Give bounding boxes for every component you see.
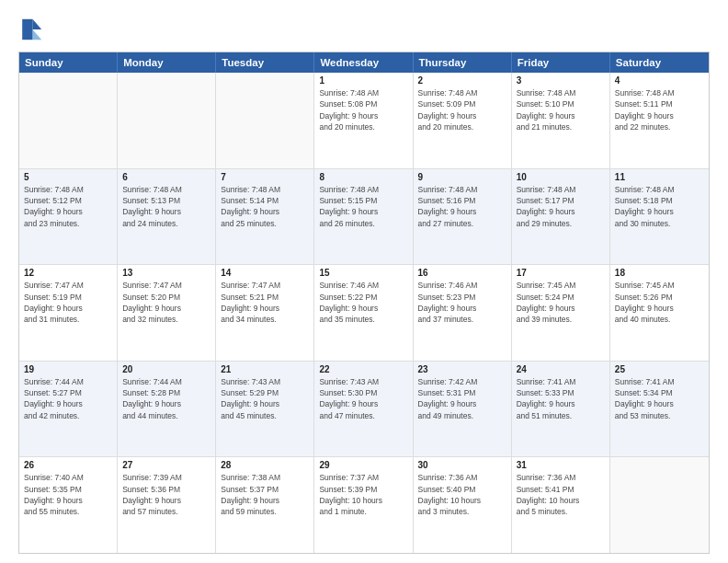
day-cell-empty bbox=[19, 73, 118, 168]
day-info: Sunrise: 7:48 AMSunset: 5:15 PMDaylight:… bbox=[319, 184, 407, 229]
day-info: Sunrise: 7:36 AMSunset: 5:41 PMDaylight:… bbox=[517, 472, 605, 517]
day-info: Sunrise: 7:44 AMSunset: 5:27 PMDaylight:… bbox=[24, 376, 112, 421]
calendar-row-1: 5Sunrise: 7:48 AMSunset: 5:12 PMDaylight… bbox=[19, 168, 709, 265]
day-number: 2 bbox=[418, 75, 506, 86]
day-info: Sunrise: 7:41 AMSunset: 5:33 PMDaylight:… bbox=[517, 376, 605, 421]
day-cell-26: 26Sunrise: 7:40 AMSunset: 5:35 PMDayligh… bbox=[19, 457, 118, 553]
day-cell-4: 4Sunrise: 7:48 AMSunset: 5:11 PMDaylight… bbox=[610, 73, 709, 168]
page: SundayMondayTuesdayWednesdayThursdayFrid… bbox=[0, 0, 728, 563]
day-info: Sunrise: 7:48 AMSunset: 5:08 PMDaylight:… bbox=[319, 87, 407, 132]
day-number: 30 bbox=[418, 460, 506, 470]
svg-rect-2 bbox=[22, 19, 32, 40]
day-info: Sunrise: 7:47 AMSunset: 5:21 PMDaylight:… bbox=[221, 280, 309, 325]
day-number: 13 bbox=[122, 268, 210, 278]
day-cell-30: 30Sunrise: 7:36 AMSunset: 5:40 PMDayligh… bbox=[414, 457, 512, 553]
day-info: Sunrise: 7:48 AMSunset: 5:14 PMDaylight:… bbox=[221, 184, 309, 229]
svg-marker-1 bbox=[32, 29, 41, 40]
day-info: Sunrise: 7:47 AMSunset: 5:19 PMDaylight:… bbox=[24, 280, 112, 325]
day-cell-20: 20Sunrise: 7:44 AMSunset: 5:28 PMDayligh… bbox=[118, 362, 216, 457]
day-number: 28 bbox=[221, 460, 309, 470]
header-day-friday: Friday bbox=[512, 52, 610, 73]
day-cell-12: 12Sunrise: 7:47 AMSunset: 5:19 PMDayligh… bbox=[19, 265, 118, 361]
day-number: 4 bbox=[615, 75, 704, 86]
day-cell-13: 13Sunrise: 7:47 AMSunset: 5:20 PMDayligh… bbox=[118, 265, 216, 361]
day-number: 10 bbox=[517, 172, 605, 182]
day-number: 6 bbox=[122, 172, 210, 182]
day-cell-5: 5Sunrise: 7:48 AMSunset: 5:12 PMDaylight… bbox=[19, 169, 118, 265]
header bbox=[18, 17, 710, 42]
day-info: Sunrise: 7:48 AMSunset: 5:13 PMDaylight:… bbox=[122, 184, 210, 229]
day-number: 3 bbox=[517, 75, 605, 86]
day-number: 23 bbox=[418, 364, 506, 374]
calendar-body: 1Sunrise: 7:48 AMSunset: 5:08 PMDaylight… bbox=[19, 73, 709, 553]
day-cell-16: 16Sunrise: 7:46 AMSunset: 5:23 PMDayligh… bbox=[414, 265, 512, 361]
day-info: Sunrise: 7:46 AMSunset: 5:23 PMDaylight:… bbox=[418, 280, 506, 325]
day-info: Sunrise: 7:45 AMSunset: 5:26 PMDaylight:… bbox=[615, 280, 704, 325]
day-number: 12 bbox=[24, 268, 112, 278]
day-number: 29 bbox=[319, 460, 407, 470]
header-day-monday: Monday bbox=[118, 52, 216, 73]
day-cell-31: 31Sunrise: 7:36 AMSunset: 5:41 PMDayligh… bbox=[512, 457, 610, 553]
day-number: 27 bbox=[122, 460, 210, 470]
day-cell-24: 24Sunrise: 7:41 AMSunset: 5:33 PMDayligh… bbox=[512, 362, 610, 457]
header-day-wednesday: Wednesday bbox=[314, 52, 413, 73]
day-info: Sunrise: 7:48 AMSunset: 5:10 PMDaylight:… bbox=[517, 87, 605, 132]
day-number: 18 bbox=[615, 268, 704, 278]
day-number: 14 bbox=[221, 268, 309, 278]
day-info: Sunrise: 7:42 AMSunset: 5:31 PMDaylight:… bbox=[418, 376, 506, 421]
header-day-tuesday: Tuesday bbox=[216, 52, 314, 73]
day-info: Sunrise: 7:48 AMSunset: 5:16 PMDaylight:… bbox=[418, 184, 506, 229]
calendar-row-2: 12Sunrise: 7:47 AMSunset: 5:19 PMDayligh… bbox=[19, 264, 709, 361]
day-cell-empty bbox=[118, 73, 216, 168]
day-info: Sunrise: 7:36 AMSunset: 5:40 PMDaylight:… bbox=[418, 472, 506, 517]
day-cell-1: 1Sunrise: 7:48 AMSunset: 5:08 PMDaylight… bbox=[314, 73, 413, 168]
day-cell-29: 29Sunrise: 7:37 AMSunset: 5:39 PMDayligh… bbox=[314, 457, 413, 553]
day-number: 25 bbox=[615, 364, 704, 374]
day-cell-7: 7Sunrise: 7:48 AMSunset: 5:14 PMDaylight… bbox=[216, 169, 314, 265]
day-info: Sunrise: 7:41 AMSunset: 5:34 PMDaylight:… bbox=[615, 376, 704, 421]
day-cell-25: 25Sunrise: 7:41 AMSunset: 5:34 PMDayligh… bbox=[610, 362, 709, 457]
day-info: Sunrise: 7:48 AMSunset: 5:17 PMDaylight:… bbox=[517, 184, 605, 229]
day-cell-3: 3Sunrise: 7:48 AMSunset: 5:10 PMDaylight… bbox=[512, 73, 610, 168]
calendar-row-4: 26Sunrise: 7:40 AMSunset: 5:35 PMDayligh… bbox=[19, 456, 709, 553]
day-info: Sunrise: 7:43 AMSunset: 5:30 PMDaylight:… bbox=[319, 376, 407, 421]
day-info: Sunrise: 7:46 AMSunset: 5:22 PMDaylight:… bbox=[319, 280, 407, 325]
day-info: Sunrise: 7:40 AMSunset: 5:35 PMDaylight:… bbox=[24, 472, 112, 517]
day-info: Sunrise: 7:37 AMSunset: 5:39 PMDaylight:… bbox=[319, 472, 407, 517]
day-cell-8: 8Sunrise: 7:48 AMSunset: 5:15 PMDaylight… bbox=[314, 169, 413, 265]
day-info: Sunrise: 7:48 AMSunset: 5:11 PMDaylight:… bbox=[615, 87, 704, 132]
day-cell-10: 10Sunrise: 7:48 AMSunset: 5:17 PMDayligh… bbox=[512, 169, 610, 265]
calendar: SundayMondayTuesdayWednesdayThursdayFrid… bbox=[18, 52, 710, 554]
logo bbox=[18, 17, 46, 42]
day-number: 21 bbox=[221, 364, 309, 374]
day-number: 11 bbox=[615, 172, 704, 182]
day-info: Sunrise: 7:45 AMSunset: 5:24 PMDaylight:… bbox=[517, 280, 605, 325]
day-number: 22 bbox=[319, 364, 407, 374]
day-info: Sunrise: 7:48 AMSunset: 5:18 PMDaylight:… bbox=[615, 184, 704, 229]
day-number: 16 bbox=[418, 268, 506, 278]
day-info: Sunrise: 7:47 AMSunset: 5:20 PMDaylight:… bbox=[122, 280, 210, 325]
day-number: 5 bbox=[24, 172, 112, 182]
day-cell-14: 14Sunrise: 7:47 AMSunset: 5:21 PMDayligh… bbox=[216, 265, 314, 361]
day-info: Sunrise: 7:38 AMSunset: 5:37 PMDaylight:… bbox=[221, 472, 309, 517]
day-info: Sunrise: 7:44 AMSunset: 5:28 PMDaylight:… bbox=[122, 376, 210, 421]
calendar-row-0: 1Sunrise: 7:48 AMSunset: 5:08 PMDaylight… bbox=[19, 73, 709, 168]
day-info: Sunrise: 7:43 AMSunset: 5:29 PMDaylight:… bbox=[221, 376, 309, 421]
calendar-header: SundayMondayTuesdayWednesdayThursdayFrid… bbox=[19, 52, 709, 73]
day-cell-15: 15Sunrise: 7:46 AMSunset: 5:22 PMDayligh… bbox=[314, 265, 413, 361]
day-number: 20 bbox=[122, 364, 210, 374]
day-number: 15 bbox=[319, 268, 407, 278]
day-number: 19 bbox=[24, 364, 112, 374]
day-cell-11: 11Sunrise: 7:48 AMSunset: 5:18 PMDayligh… bbox=[610, 169, 709, 265]
day-cell-28: 28Sunrise: 7:38 AMSunset: 5:37 PMDayligh… bbox=[216, 457, 314, 553]
header-day-saturday: Saturday bbox=[610, 52, 709, 73]
header-day-sunday: Sunday bbox=[19, 52, 118, 73]
day-cell-empty bbox=[216, 73, 314, 168]
day-cell-6: 6Sunrise: 7:48 AMSunset: 5:13 PMDaylight… bbox=[118, 169, 216, 265]
day-info: Sunrise: 7:48 AMSunset: 5:12 PMDaylight:… bbox=[24, 184, 112, 229]
day-number: 24 bbox=[517, 364, 605, 374]
day-number: 31 bbox=[517, 460, 605, 470]
day-cell-19: 19Sunrise: 7:44 AMSunset: 5:27 PMDayligh… bbox=[19, 362, 118, 457]
day-cell-empty bbox=[610, 457, 709, 553]
day-number: 8 bbox=[319, 172, 407, 182]
